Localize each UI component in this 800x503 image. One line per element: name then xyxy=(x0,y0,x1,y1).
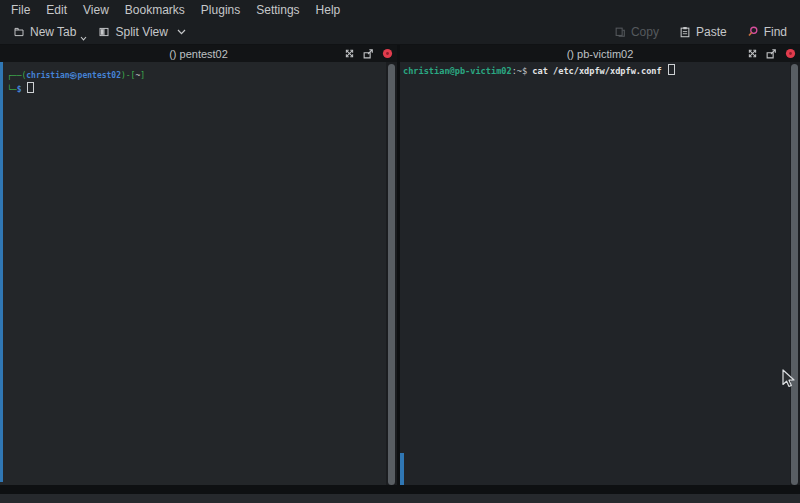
scrollbar-track-right[interactable] xyxy=(790,62,800,485)
new-tab-dropdown-caret[interactable] xyxy=(80,36,87,41)
scrollbar-thumb-left[interactable] xyxy=(388,64,395,485)
prompt-line-2: └─$ xyxy=(7,82,397,96)
scrollbar-track-left[interactable] xyxy=(386,62,397,485)
pane-edge-indicator-right xyxy=(400,453,404,485)
paste-icon xyxy=(679,26,691,38)
menu-settings[interactable]: Settings xyxy=(248,2,307,18)
terminal-screen-pb-victim02[interactable]: christian@pb-victim02:~$ cat /etc/xdpfw/… xyxy=(400,62,800,485)
find-button[interactable]: Find xyxy=(742,23,792,41)
detach-terminal-icon[interactable] xyxy=(765,48,777,60)
terminal-screen-pentest02[interactable]: ┌──(christian㉿pentest02)-[~] └─$ xyxy=(0,62,397,485)
terminal-pane-pb-victim02: () pb-victim02 xyxy=(400,45,800,494)
chevron-down-icon xyxy=(177,29,186,35)
menu-plugins[interactable]: Plugins xyxy=(193,2,248,18)
find-magnifier-icon xyxy=(747,26,759,38)
copy-icon xyxy=(614,26,626,38)
terminal-output-pb-victim02: christian@pb-victim02:~$ cat /etc/xdpfw/… xyxy=(400,62,800,77)
window-bottom-edge xyxy=(0,494,800,503)
scrollbar-thumb-right[interactable] xyxy=(791,64,798,485)
pane-edge-indicator-left xyxy=(0,62,3,482)
pane-title-pentest02: () pentest02 xyxy=(169,48,228,60)
find-label: Find xyxy=(764,25,787,39)
konsole-window: File Edit View Bookmarks Plugins Setting… xyxy=(0,0,800,503)
new-tab-button[interactable]: New Tab xyxy=(8,23,81,41)
prompt-line-1: ┌──(christian㉿pentest02)-[~] xyxy=(7,70,397,82)
pane-header-pentest02[interactable]: () pentest02 xyxy=(0,45,397,62)
pane-header-icons-right xyxy=(746,45,796,62)
command-line: christian@pb-victim02:~$ cat /etc/xdpfw/… xyxy=(403,64,800,77)
menu-file[interactable]: File xyxy=(3,2,38,18)
toolbar-left-group: New Tab Split View xyxy=(8,23,191,41)
menu-help[interactable]: Help xyxy=(308,2,349,18)
pane-title-pb-victim02: () pb-victim02 xyxy=(567,48,634,60)
menu-bar: File Edit View Bookmarks Plugins Setting… xyxy=(0,0,800,19)
split-view-label: Split View xyxy=(115,25,167,39)
close-terminal-icon[interactable] xyxy=(784,48,796,60)
main-toolbar: New Tab Split View xyxy=(0,19,800,45)
split-container: () pentest02 xyxy=(0,45,800,494)
terminal-cursor xyxy=(668,64,675,75)
terminal-cursor xyxy=(27,82,34,93)
split-view-icon xyxy=(98,26,110,38)
copy-label: Copy xyxy=(631,25,659,39)
menu-view[interactable]: View xyxy=(75,2,117,18)
copy-button[interactable]: Copy xyxy=(609,23,664,41)
menu-edit[interactable]: Edit xyxy=(38,2,75,18)
maximize-terminal-icon[interactable] xyxy=(746,48,758,60)
paste-button[interactable]: Paste xyxy=(674,23,732,41)
tab-new-icon xyxy=(13,26,25,38)
terminal-output-pentest02: ┌──(christian㉿pentest02)-[~] └─$ xyxy=(0,62,397,96)
paste-label: Paste xyxy=(696,25,727,39)
new-tab-label: New Tab xyxy=(30,25,76,39)
maximize-terminal-icon[interactable] xyxy=(343,48,355,60)
terminal-pane-pentest02: () pentest02 xyxy=(0,45,397,494)
pane-header-icons-left xyxy=(343,45,393,62)
toolbar-right-group: Copy Paste xyxy=(609,23,792,41)
close-terminal-icon[interactable] xyxy=(381,48,393,60)
detach-terminal-icon[interactable] xyxy=(362,48,374,60)
menu-bookmarks[interactable]: Bookmarks xyxy=(117,2,193,18)
split-view-button[interactable]: Split View xyxy=(93,23,190,41)
pane-header-pb-victim02[interactable]: () pb-victim02 xyxy=(400,45,800,62)
